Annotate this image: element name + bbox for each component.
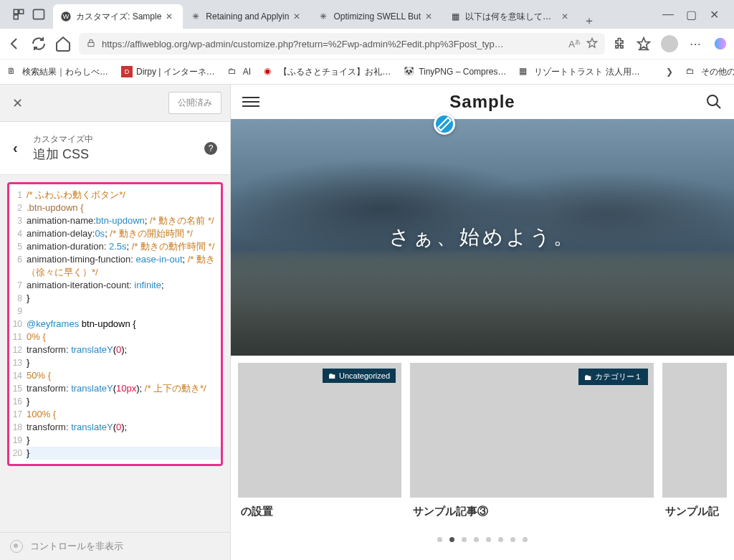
svg-rect-2 — [14, 15, 18, 19]
back-button[interactable] — [6, 35, 23, 52]
section-subtitle: カスタマイズ中 — [33, 133, 204, 146]
reader-icon[interactable]: Aあ — [568, 38, 581, 49]
post-title: サンプル記事③ — [410, 498, 654, 526]
extensions-icon[interactable] — [612, 37, 626, 51]
hero-text: さぁ、始めよう。 — [389, 224, 576, 251]
preview-pane: Sample さぁ、始めよう。 🖿Uncategorized の設置 🖿カテゴリ… — [231, 85, 734, 560]
category-badge: 🖿Uncategorized — [323, 369, 396, 383]
new-tab-button[interactable]: ＋ — [578, 14, 600, 29]
bookmark-folder[interactable]: 🗀AI — [228, 66, 251, 77]
post-card[interactable]: サンプル記 — [662, 363, 727, 526]
home-button[interactable] — [54, 35, 72, 52]
post-card[interactable]: 🖿カテゴリー１ サンプル記事③ — [410, 363, 654, 526]
refresh-button[interactable] — [30, 35, 47, 52]
favicon-icon: ✳ — [190, 11, 201, 22]
post-carousel: 🖿Uncategorized の設置 🖿カテゴリー１ サンプル記事③ サンプル記 — [231, 356, 734, 533]
resort-icon: ▦ — [519, 66, 530, 77]
bookmark-item[interactable]: ◉【ふるさとチョイス】お礼… — [264, 66, 391, 78]
close-icon[interactable]: ✕ — [425, 11, 435, 22]
svg-rect-3 — [34, 9, 44, 19]
publish-button[interactable]: 公開済み — [168, 92, 221, 114]
url-field[interactable]: https://affiweblog.org/wp-admin/customiz… — [79, 33, 605, 54]
favicon-icon: ▦ — [449, 11, 461, 22]
carousel-dots[interactable] — [231, 533, 734, 546]
hero-section: さぁ、始めよう。 — [231, 119, 734, 356]
site-title: Sample — [259, 92, 705, 112]
tab-customize[interactable]: W カスタマイズ: Sample ✕ — [53, 4, 183, 29]
tab-3[interactable]: ✳ Optimizing SWELL But ✕ — [310, 4, 442, 29]
bookmark-item[interactable]: 🗎検索結果｜わらしべ… — [7, 66, 108, 78]
lock-icon — [86, 38, 96, 50]
tinypng-icon: 🐼 — [404, 66, 415, 77]
close-window-button[interactable]: ✕ — [708, 8, 720, 22]
post-title: の設置 — [238, 498, 401, 526]
bookmark-item[interactable]: ▦リゾートトラスト 法人用… — [519, 66, 639, 78]
folder-icon: 🗀 — [228, 66, 239, 77]
edit-shortcut-icon[interactable] — [434, 113, 455, 135]
hide-controls-button[interactable]: コントロールを非表示 — [0, 532, 230, 560]
post-title: サンプル記 — [662, 498, 727, 526]
workspace-icon[interactable] — [11, 7, 26, 22]
tab-label: カスタマイズ: Sample — [76, 11, 161, 23]
close-icon[interactable]: ✕ — [293, 11, 303, 22]
maximize-button[interactable]: ▢ — [685, 8, 697, 22]
furusato-icon: ◉ — [264, 66, 275, 77]
page-icon: 🗎 — [7, 66, 19, 77]
tab-label: Retaining and Applyin — [206, 11, 289, 22]
css-editor[interactable]: 1/* ふわふわ動くボタン*/ 2.btn-updown { 3animatio… — [7, 182, 223, 466]
back-section-button[interactable]: ‹ — [13, 140, 33, 156]
svg-point-9 — [707, 95, 718, 105]
post-card[interactable]: 🖿Uncategorized の設置 — [238, 363, 401, 526]
search-icon[interactable] — [705, 93, 723, 110]
close-icon[interactable]: ✕ — [561, 11, 571, 22]
tab-strip: W カスタマイズ: Sample ✕ ✳ Retaining and Apply… — [53, 0, 652, 29]
help-icon[interactable]: ? — [204, 142, 217, 155]
menu-button[interactable] — [242, 97, 259, 107]
folder-icon: 🗀 — [686, 66, 697, 77]
svg-line-10 — [716, 104, 720, 108]
tab-label: Optimizing SWELL But — [333, 11, 421, 22]
bookmark-overflow[interactable]: ❯ — [666, 67, 673, 77]
folder-icon: 🖿 — [584, 373, 592, 381]
tab-2[interactable]: ✳ Retaining and Applyin ✕ — [183, 4, 310, 29]
star-icon[interactable] — [586, 37, 598, 51]
url-text: https://affiweblog.org/wp-admin/customiz… — [102, 39, 563, 49]
category-badge: 🖿カテゴリー１ — [578, 369, 648, 385]
minimize-button[interactable]: ― — [662, 8, 674, 22]
tab-label: 以下は何を意味していま — [465, 11, 557, 23]
bookmark-item[interactable]: 🐼TinyPNG – Compres… — [404, 66, 506, 77]
svg-point-8 — [715, 38, 727, 50]
bookmark-item[interactable]: DDirpy | インターネ… — [121, 66, 215, 78]
close-icon[interactable]: ✕ — [166, 11, 176, 22]
more-icon[interactable]: ⋯ — [688, 37, 702, 51]
address-bar: https://affiweblog.org/wp-admin/customiz… — [0, 29, 734, 59]
eye-icon — [10, 540, 23, 553]
favicon-icon: ✳ — [318, 11, 329, 22]
folder-icon: 🖿 — [328, 371, 336, 380]
svg-rect-0 — [14, 9, 18, 14]
section-title: 追加 CSS — [33, 146, 204, 163]
other-bookmarks[interactable]: 🗀その他のお気に入り — [686, 66, 734, 78]
copilot-icon[interactable] — [712, 36, 728, 52]
tab-4[interactable]: ▦ 以下は何を意味していま ✕ — [442, 4, 578, 29]
customizer-panel: ✕ 公開済み ‹ カスタマイズ中 追加 CSS ? 1/* ふわふわ動くボタン*… — [0, 85, 231, 560]
tab-actions-icon[interactable] — [32, 7, 46, 22]
profile-avatar[interactable] — [661, 35, 678, 52]
wordpress-icon: W — [60, 11, 72, 22]
browser-titlebar: W カスタマイズ: Sample ✕ ✳ Retaining and Apply… — [0, 0, 734, 29]
svg-rect-6 — [88, 42, 94, 46]
close-customizer-button[interactable]: ✕ — [9, 95, 26, 112]
svg-text:W: W — [63, 13, 70, 20]
svg-rect-1 — [19, 9, 24, 14]
dirpy-icon: D — [121, 66, 133, 77]
bookmarks-bar: 🗎検索結果｜わらしべ… DDirpy | インターネ… 🗀AI ◉【ふるさとチョ… — [0, 59, 734, 85]
favorites-icon[interactable] — [637, 37, 651, 51]
